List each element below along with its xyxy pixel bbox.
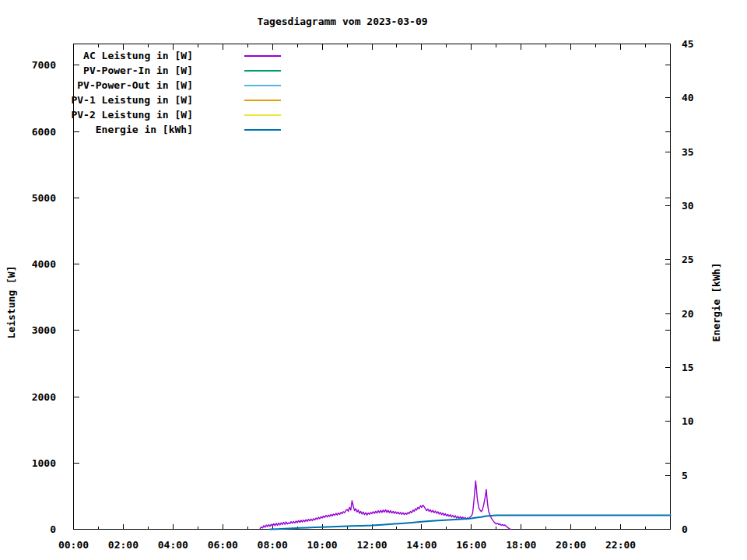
legend-item-label: AC Leistung in [W] <box>0 48 193 63</box>
y-left-tick-label: 4000 <box>32 258 56 270</box>
y-axis-label-left: Leistung [W] <box>5 225 19 380</box>
y-left-tick-label: 1000 <box>32 457 56 469</box>
x-tick-label: 22:00 <box>605 539 636 551</box>
chart-title: Tagesdiagramm vom 2023-03-09 <box>0 16 685 27</box>
x-tick-label: 14:00 <box>406 539 437 551</box>
y-right-tick-label: 35 <box>682 146 694 158</box>
x-tick-label: 04:00 <box>158 539 188 551</box>
legend-item: PV-2 Leistung in [W] <box>0 107 296 122</box>
legend-item: PV-Power-In in [W] <box>0 63 296 78</box>
legend-line-swatch <box>244 114 281 116</box>
x-tick-label: 18:00 <box>506 539 536 551</box>
y-right-tick-label: 25 <box>682 254 694 265</box>
x-tick-label: 10:00 <box>307 539 338 551</box>
legend-item-label: PV-Power-In in [W] <box>0 63 193 78</box>
y-right-tick-label: 0 <box>682 523 688 535</box>
legend-line-swatch <box>244 55 281 57</box>
y-right-tick-label: 10 <box>682 415 694 427</box>
x-tick-label: 20:00 <box>556 539 586 551</box>
x-tick-label: 06:00 <box>208 539 238 551</box>
legend-line-swatch <box>244 70 281 72</box>
legend-line-swatch <box>244 129 281 131</box>
y-right-tick-label: 45 <box>682 38 694 50</box>
y-left-tick-label: 5000 <box>32 192 56 204</box>
legend-item-label: PV-1 Leistung in [W] <box>0 93 193 107</box>
x-tick-label: 08:00 <box>258 539 288 551</box>
y-right-tick-label: 20 <box>682 308 694 320</box>
legend-item-label: Energie in [kWh] <box>0 122 193 137</box>
legend: AC Leistung in [W]PV-Power-In in [W]PV-P… <box>0 48 296 137</box>
y-right-tick-label: 15 <box>682 362 694 373</box>
legend-item: PV-1 Leistung in [W] <box>0 93 296 107</box>
legend-item: Energie in [kWh] <box>0 122 296 137</box>
series-line-0 <box>260 481 510 529</box>
y-right-tick-label: 5 <box>682 470 688 481</box>
y-left-tick-label: 2000 <box>32 391 56 403</box>
legend-item: PV-Power-Out in [W] <box>0 78 296 93</box>
y-right-tick-label: 30 <box>682 200 694 212</box>
x-tick-label: 12:00 <box>356 539 387 551</box>
legend-line-swatch <box>244 100 281 101</box>
y-axis-label-right: Energie [kWh] <box>710 225 724 380</box>
x-tick-label: 00:00 <box>58 539 89 551</box>
y-right-tick-label: 40 <box>682 92 694 103</box>
legend-item: AC Leistung in [W] <box>0 48 296 63</box>
y-left-tick-label: 0 <box>50 523 56 535</box>
y-left-tick-label: 3000 <box>32 324 56 336</box>
legend-item-label: PV-Power-Out in [W] <box>0 78 193 93</box>
day-diagram-chart: 0100020003000400050006000700005101520253… <box>0 0 747 560</box>
x-tick-label: 02:00 <box>108 539 139 551</box>
legend-item-label: PV-2 Leistung in [W] <box>0 107 193 122</box>
x-tick-label: 16:00 <box>456 539 486 551</box>
legend-line-swatch <box>244 85 281 86</box>
